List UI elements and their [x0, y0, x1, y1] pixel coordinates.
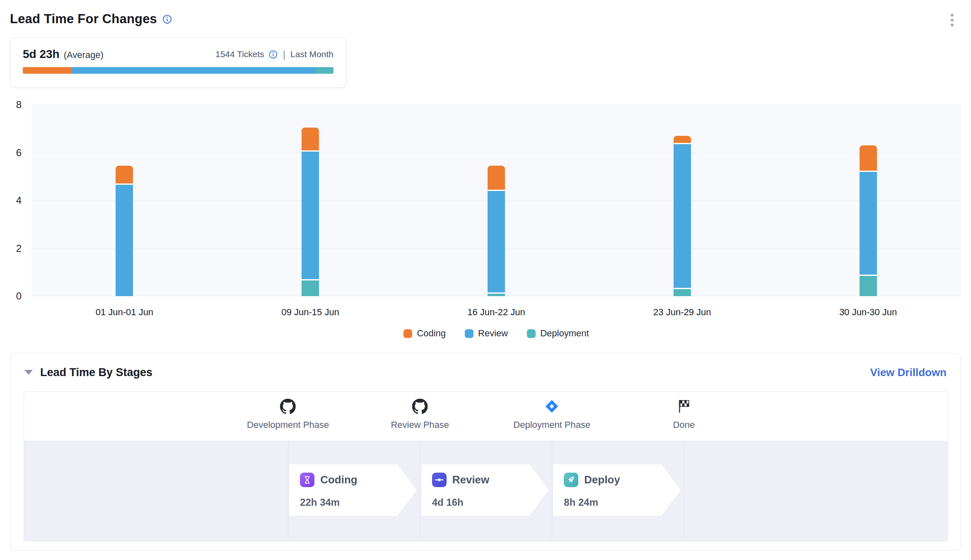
bar-segment-deployment[interactable] — [860, 276, 877, 296]
stage-card-coding[interactable]: Coding22h 34m — [289, 464, 417, 516]
distribution-segment-review — [72, 67, 316, 74]
stage-label: Deploy — [584, 473, 620, 486]
x-axis-label: 09 Jun-15 Jun — [281, 307, 339, 318]
stage-duration: 22h 34m — [300, 497, 417, 508]
average-value: 5d 23h — [23, 48, 60, 61]
average-label: (Average) — [64, 50, 104, 60]
stage-badge — [564, 473, 578, 487]
phase-deployment-phase: Deployment Phase — [513, 398, 590, 430]
y-axis-tick: 6 — [16, 147, 22, 159]
distribution-bar — [23, 67, 333, 74]
bar-group-23-jun-29-jun — [674, 105, 691, 296]
phase-label: Review Phase — [391, 420, 449, 430]
kebab-vertical-icon — [951, 19, 954, 22]
legend-label: Deployment — [540, 328, 589, 339]
bar-segment-coding[interactable] — [860, 145, 877, 172]
stage-label: Coding — [320, 473, 357, 486]
stage-card-header: Deploy — [564, 473, 681, 487]
bar-group-09-jun-15-jun — [302, 105, 319, 296]
checkered-flag-icon — [676, 398, 692, 414]
x-axis-label: 23 Jun-29 Jun — [653, 307, 711, 318]
bar-segment-deployment[interactable] — [674, 289, 691, 296]
distribution-segment-coding — [23, 67, 72, 74]
phase-label: Development Phase — [247, 420, 329, 430]
stage-column-divider — [684, 441, 684, 541]
chart-plot — [31, 105, 961, 296]
x-axis-label: 30 Jun-30 Jun — [839, 307, 897, 318]
y-axis-tick: 0 — [16, 290, 22, 302]
bar-group-01-jun-01-jun — [116, 105, 133, 296]
x-axis-label: 01 Jun-01 Jun — [96, 307, 153, 318]
tickets-count: 1544 Tickets — [215, 49, 264, 59]
stage-duration: 4d 16h — [432, 497, 549, 508]
phase-development-phase: Development Phase — [247, 398, 329, 430]
legend-item-review[interactable]: Review — [465, 328, 508, 339]
page-title: Lead Time For Changes — [10, 12, 157, 27]
bar-group-30-jun-30-jun — [860, 105, 877, 296]
legend-label: Coding — [417, 328, 446, 339]
separator: | — [282, 48, 286, 60]
y-axis-tick: 4 — [16, 195, 22, 206]
phase-done: Done — [673, 398, 695, 430]
bar-segment-coding[interactable] — [116, 166, 133, 185]
bar-segment-review[interactable] — [860, 172, 877, 276]
chart-y-axis: 02468 — [6, 105, 24, 296]
github-icon — [412, 398, 428, 414]
summary-card: 5d 23h (Average) 1544 Tickets | Last Mon… — [10, 37, 346, 88]
view-drilldown-link[interactable]: View Drilldown — [870, 366, 947, 379]
legend-item-deployment[interactable]: Deployment — [527, 328, 589, 339]
info-icon[interactable] — [162, 14, 172, 24]
stage-card-deploy[interactable]: Deploy8h 24m — [553, 464, 681, 516]
distribution-segment-deployment — [316, 67, 333, 74]
kebab-vertical-icon — [951, 24, 954, 27]
stages-phase-row: Development PhaseReview PhaseDeployment … — [24, 392, 948, 441]
stage-label: Review — [452, 473, 490, 486]
stage-column-divider — [288, 441, 288, 541]
legend-swatch — [403, 329, 412, 338]
stage-column-divider — [420, 441, 420, 541]
phase-review-phase: Review Phase — [391, 398, 449, 430]
y-axis-tick: 8 — [16, 99, 22, 111]
stages-body: Coding22h 34mReview4d 16hDeploy8h 24m — [24, 441, 948, 541]
legend-swatch — [527, 329, 536, 338]
stage-card-review[interactable]: Review4d 16h — [421, 464, 549, 516]
bar-segment-deployment[interactable] — [488, 294, 505, 296]
bar-group-16-jun-22-jun — [488, 105, 505, 296]
bar-segment-coding[interactable] — [488, 166, 505, 191]
more-options-button[interactable] — [944, 10, 960, 30]
stage-column-divider — [552, 441, 552, 541]
bar-segment-deployment[interactable] — [302, 280, 319, 296]
phase-label: Deployment Phase — [513, 420, 590, 430]
legend-item-coding[interactable]: Coding — [403, 328, 446, 339]
stages-panel-title: Lead Time By Stages — [40, 366, 152, 379]
collapse-caret-icon[interactable] — [24, 370, 33, 375]
bar-segment-review[interactable] — [302, 152, 319, 281]
kebab-vertical-icon — [951, 14, 954, 17]
page-header: Lead Time For Changes — [10, 12, 172, 27]
lead-time-dashboard: Lead Time For Changes 5d 23h (Average) 1… — [0, 0, 971, 560]
stages-panel-header: Lead Time By Stages View Drilldown — [24, 353, 947, 391]
bar-segment-review[interactable] — [116, 185, 133, 296]
github-icon — [280, 398, 296, 414]
phase-label: Done — [673, 420, 695, 430]
bar-segment-review[interactable] — [674, 144, 691, 289]
stage-card-header: Coding — [300, 473, 417, 487]
bar-segment-coding[interactable] — [302, 128, 319, 152]
period-label: Last Month — [290, 49, 333, 59]
stage-duration: 8h 24m — [564, 497, 681, 508]
summary-top-row: 5d 23h (Average) 1544 Tickets | Last Mon… — [23, 48, 333, 61]
jira-icon — [544, 398, 560, 414]
lead-time-by-stages-panel: Lead Time By Stages View Drilldown Devel… — [10, 353, 961, 551]
stages-table: Development PhaseReview PhaseDeployment … — [24, 391, 948, 541]
legend-label: Review — [478, 328, 508, 339]
hourglass-icon — [302, 475, 312, 485]
info-icon[interactable] — [268, 50, 278, 59]
git-commit-icon — [435, 475, 444, 485]
stage-badge — [432, 473, 447, 487]
chart-x-axis: 01 Jun-01 Jun09 Jun-15 Jun16 Jun-22 Jun2… — [31, 307, 961, 320]
chart-legend: CodingReviewDeployment — [31, 328, 961, 339]
bar-segment-review[interactable] — [488, 191, 505, 294]
legend-swatch — [465, 329, 473, 338]
bar-segment-coding[interactable] — [674, 136, 691, 144]
stage-card-header: Review — [432, 473, 549, 487]
